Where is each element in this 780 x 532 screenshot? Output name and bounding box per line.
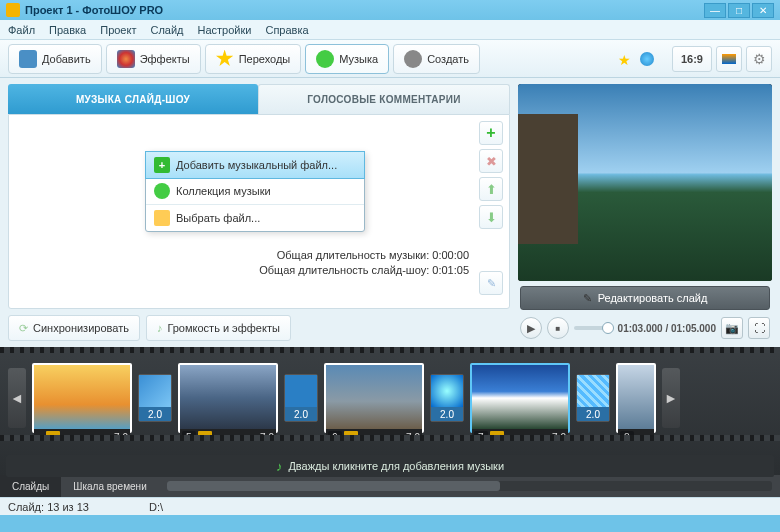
volume-effects-button[interactable]: ♪Громкость и эффекты [146, 315, 291, 341]
tab-voice[interactable]: ГОЛОСОВЫЕ КОММЕНТАРИИ [258, 84, 510, 114]
preview-pane [518, 84, 772, 281]
timeline-scrollbar[interactable] [167, 481, 772, 491]
dropdown-collection[interactable]: Коллекция музыки [146, 178, 364, 205]
up-icon: ⬆ [486, 182, 497, 197]
effects-button[interactable]: Эффекты [106, 44, 201, 74]
fullscreen-button[interactable]: ⛶ [748, 317, 770, 339]
music-icon: ♪ [276, 459, 283, 474]
create-button[interactable]: Создать [393, 44, 480, 74]
gear-icon: ⚙ [753, 51, 766, 67]
pencil-icon: ✎ [583, 292, 592, 305]
dropdown-add-file[interactable]: + Добавить музыкальный файл... [145, 151, 365, 179]
music-icon [154, 183, 170, 199]
music-list-area: + ✖ ⬆ ⬇ ✎ + Добавить музыкальный файл...… [8, 114, 510, 309]
menu-settings[interactable]: Настройки [198, 24, 252, 36]
music-icon: ♪ [157, 322, 163, 334]
settings-button[interactable]: ⚙ [746, 46, 772, 72]
sync-button[interactable]: ⟳Синхронизировать [8, 315, 140, 341]
eyedropper-button[interactable]: ✎ [479, 271, 503, 295]
eyedropper-icon: ✎ [487, 277, 496, 290]
status-path: D:\ [149, 501, 163, 513]
music-button[interactable]: Музыка [305, 44, 389, 74]
snapshot-button[interactable]: 📷 [721, 317, 743, 339]
playback-slider[interactable] [574, 326, 613, 330]
tab-slides[interactable]: Слайды [0, 475, 61, 497]
transition-thumb[interactable]: 2.0 [576, 374, 610, 422]
play-button[interactable]: ▶ [520, 317, 542, 339]
transition-thumb[interactable]: 2.0 [284, 374, 318, 422]
add-button[interactable]: Добавить [8, 44, 102, 74]
dropdown-select-file[interactable]: Выбрать файл... [146, 205, 364, 231]
close-button[interactable]: ✕ [752, 3, 774, 18]
slide-thumb[interactable]: 8 [616, 363, 656, 433]
remove-track-button[interactable]: ✖ [479, 149, 503, 173]
aspect-ratio-button[interactable]: 16:9 [672, 46, 712, 72]
down-icon: ⬇ [486, 210, 497, 225]
menubar: Файл Правка Проект Слайд Настройки Справ… [0, 20, 780, 40]
titlebar: Проект 1 - ФотоШОУ PRO — □ ✕ [0, 0, 780, 20]
disc-icon [404, 50, 422, 68]
x-icon: ✖ [486, 154, 497, 169]
timeline-prev-button[interactable]: ◄ [8, 368, 26, 428]
menu-edit[interactable]: Правка [49, 24, 86, 36]
maximize-button[interactable]: □ [728, 3, 750, 18]
timeline-next-button[interactable]: ► [662, 368, 680, 428]
transitions-button[interactable]: Переходы [205, 44, 302, 74]
plus-icon: + [486, 124, 495, 142]
fullscreen-icon: ⛶ [754, 322, 765, 334]
star-icon [216, 50, 234, 68]
app-icon [6, 3, 20, 17]
palette-icon [117, 50, 135, 68]
screen-icon [722, 54, 736, 64]
star-icon: ★ [618, 52, 632, 66]
slide-thumb[interactable]: 57.0 [178, 363, 278, 433]
slide-thumb[interactable]: 67.0 [324, 363, 424, 433]
display-button[interactable] [716, 46, 742, 72]
music-icon [316, 50, 334, 68]
transition-thumb[interactable]: 2.0 [430, 374, 464, 422]
statusbar: Слайд: 13 из 13 D:\ [0, 497, 780, 515]
add-track-button[interactable]: + [479, 121, 503, 145]
menu-help[interactable]: Справка [265, 24, 308, 36]
add-music-dropdown: + Добавить музыкальный файл... Коллекция… [145, 151, 365, 232]
edit-slide-button[interactable]: ✎Редактировать слайд [520, 286, 770, 310]
globe-icon[interactable] [640, 52, 654, 66]
sync-icon: ⟳ [19, 322, 28, 335]
slide-thumb[interactable]: 7.0 [32, 363, 132, 433]
move-up-button[interactable]: ⬆ [479, 177, 503, 201]
plus-icon: + [154, 157, 170, 173]
stop-button[interactable]: ■ [547, 317, 569, 339]
toolbar: Добавить Эффекты Переходы Музыка Создать… [0, 40, 780, 78]
timeline: ◄ 7.0 2.0 57.0 2.0 67.0 2.0 77.0 2.0 8 ►… [0, 347, 780, 475]
slide-thumb-selected[interactable]: 77.0 [470, 363, 570, 433]
menu-project[interactable]: Проект [100, 24, 136, 36]
tab-timescale[interactable]: Шкала времени [61, 475, 158, 497]
window-title: Проект 1 - ФотоШОУ PRO [25, 4, 704, 16]
transition-thumb[interactable]: 2.0 [138, 374, 172, 422]
minimize-button[interactable]: — [704, 3, 726, 18]
status-slide: Слайд: 13 из 13 [8, 501, 89, 513]
stop-icon: ■ [556, 324, 561, 333]
music-track-hint[interactable]: ♪Дважды кликните для добавления музыки [6, 455, 774, 477]
camera-icon [19, 50, 37, 68]
tab-music[interactable]: МУЗЫКА СЛАЙД-ШОУ [8, 84, 258, 114]
timecode: 01:03.000 / 01:05.000 [618, 323, 716, 334]
menu-file[interactable]: Файл [8, 24, 35, 36]
move-down-button[interactable]: ⬇ [479, 205, 503, 229]
duration-info: Общая длительность музыки: 0:00:00 Общая… [259, 248, 469, 278]
menu-slide[interactable]: Слайд [150, 24, 183, 36]
bottom-tabs: Слайды Шкала времени [0, 475, 780, 497]
play-icon: ▶ [527, 322, 535, 335]
camera-icon: 📷 [725, 322, 739, 335]
folder-icon [154, 210, 170, 226]
